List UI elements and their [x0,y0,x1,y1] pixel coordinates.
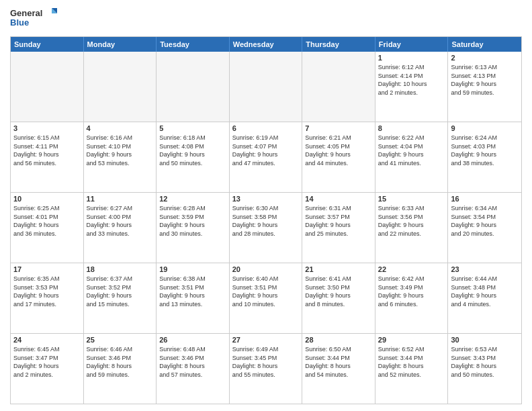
day-cell-11: 11 Sunrise: 6:27 AM Sunset: 4:00 PM Dayl… [84,193,157,263]
daylight-text: Daylight: 8 hours [378,362,445,371]
sunset-text: Sunset: 3:59 PM [159,213,226,222]
day-number: 27 [232,336,300,344]
sunrise-text: Sunrise: 6:24 AM [451,134,519,142]
day-number: 9 [451,124,519,132]
sunrise-text: Sunrise: 6:19 AM [232,134,300,142]
day-cell-24: 24 Sunrise: 6:45 AM Sunset: 3:47 PM Dayl… [11,334,84,404]
weekday-header-monday: Monday [84,37,157,52]
daylight-text2: and 2 minutes. [378,89,445,97]
day-cell-15: 15 Sunrise: 6:33 AM Sunset: 3:56 PM Dayl… [375,193,449,263]
daylight-text: Daylight: 8 hours [87,362,154,371]
sunrise-text: Sunrise: 6:37 AM [87,275,154,283]
daylight-text2: and 30 minutes. [159,230,226,238]
daylight-text2: and 54 minutes. [305,371,372,379]
daylight-text2: and 2 minutes. [13,371,81,379]
day-cell-29: 29 Sunrise: 6:52 AM Sunset: 3:44 PM Dayl… [375,334,449,404]
empty-cell [157,52,230,122]
daylight-text: Daylight: 9 hours [159,221,226,230]
week-row-5: 24 Sunrise: 6:45 AM Sunset: 3:47 PM Dayl… [11,333,521,404]
daylight-text2: and 50 minutes. [451,371,519,379]
daylight-text2: and 10 minutes. [232,300,300,309]
daylight-text2: and 22 minutes. [378,230,445,238]
day-cell-17: 17 Sunrise: 6:35 AM Sunset: 3:53 PM Dayl… [11,263,84,333]
sunset-text: Sunset: 3:46 PM [159,354,226,363]
week-row-1: 1 Sunrise: 6:12 AM Sunset: 4:14 PM Dayli… [11,52,521,122]
day-cell-23: 23 Sunrise: 6:44 AM Sunset: 3:48 PM Dayl… [448,263,521,333]
daylight-text: Daylight: 9 hours [232,150,300,159]
sunset-text: Sunset: 4:00 PM [87,213,154,222]
sunrise-text: Sunrise: 6:30 AM [232,204,300,213]
day-cell-13: 13 Sunrise: 6:30 AM Sunset: 3:58 PM Dayl… [230,193,303,263]
sunset-text: Sunset: 4:04 PM [378,142,445,151]
daylight-text2: and 47 minutes. [232,159,300,168]
sunset-text: Sunset: 3:51 PM [159,283,226,292]
day-cell-25: 25 Sunrise: 6:46 AM Sunset: 3:46 PM Dayl… [84,334,157,404]
day-cell-9: 9 Sunrise: 6:24 AM Sunset: 4:03 PM Dayli… [448,122,521,192]
empty-cell [11,52,84,122]
day-number: 4 [87,124,154,132]
week-row-4: 17 Sunrise: 6:35 AM Sunset: 3:53 PM Dayl… [11,263,521,333]
daylight-text: Daylight: 9 hours [305,221,372,230]
sunrise-text: Sunrise: 6:21 AM [305,134,372,142]
empty-cell [302,52,375,122]
daylight-text: Daylight: 9 hours [13,150,81,159]
daylight-text: Daylight: 9 hours [13,221,81,230]
daylight-text: Daylight: 9 hours [451,291,519,300]
day-cell-10: 10 Sunrise: 6:25 AM Sunset: 4:01 PM Dayl… [11,193,84,263]
daylight-text2: and 36 minutes. [13,230,81,238]
sunrise-text: Sunrise: 6:40 AM [232,275,300,283]
sunrise-text: Sunrise: 6:15 AM [13,134,81,142]
sunrise-text: Sunrise: 6:16 AM [87,134,154,142]
daylight-text2: and 53 minutes. [87,159,154,168]
day-number: 23 [451,265,519,273]
day-number: 7 [305,124,372,132]
daylight-text2: and 15 minutes. [87,300,154,309]
day-number: 10 [13,195,81,203]
sunset-text: Sunset: 3:50 PM [305,283,372,292]
sunrise-text: Sunrise: 6:53 AM [451,345,519,354]
sunset-text: Sunset: 4:07 PM [232,142,300,151]
daylight-text: Daylight: 8 hours [451,362,519,371]
day-number: 14 [305,195,372,203]
daylight-text2: and 25 minutes. [305,230,372,238]
daylight-text: Daylight: 9 hours [378,150,445,159]
calendar-header: SundayMondayTuesdayWednesdayThursdayFrid… [11,37,521,52]
day-cell-4: 4 Sunrise: 6:16 AM Sunset: 4:10 PM Dayli… [84,122,157,192]
day-cell-16: 16 Sunrise: 6:34 AM Sunset: 3:54 PM Dayl… [448,193,521,263]
sunset-text: Sunset: 3:58 PM [232,213,300,222]
daylight-text: Daylight: 9 hours [87,291,154,300]
sunset-text: Sunset: 3:52 PM [87,283,154,292]
day-number: 8 [378,124,445,132]
day-number: 18 [87,265,154,273]
daylight-text2: and 20 minutes. [451,230,519,238]
sunrise-text: Sunrise: 6:41 AM [305,275,372,283]
svg-text:General: General [10,8,42,18]
sunrise-text: Sunrise: 6:50 AM [305,345,372,354]
day-number: 28 [305,336,372,344]
day-number: 6 [232,124,300,132]
day-cell-20: 20 Sunrise: 6:40 AM Sunset: 3:51 PM Dayl… [230,263,303,333]
daylight-text2: and 56 minutes. [13,159,81,168]
day-cell-12: 12 Sunrise: 6:28 AM Sunset: 3:59 PM Dayl… [157,193,230,263]
daylight-text: Daylight: 10 hours [378,80,445,89]
day-cell-3: 3 Sunrise: 6:15 AM Sunset: 4:11 PM Dayli… [11,122,84,192]
logo: General Blue [10,7,57,31]
sunrise-text: Sunrise: 6:48 AM [159,345,226,354]
day-cell-18: 18 Sunrise: 6:37 AM Sunset: 3:52 PM Dayl… [84,263,157,333]
sunset-text: Sunset: 3:56 PM [378,213,445,222]
sunrise-text: Sunrise: 6:33 AM [378,204,445,213]
sunset-text: Sunset: 3:46 PM [87,354,154,363]
day-number: 21 [305,265,372,273]
day-cell-8: 8 Sunrise: 6:22 AM Sunset: 4:04 PM Dayli… [375,122,449,192]
weekday-header-sunday: Sunday [11,37,84,52]
sunrise-text: Sunrise: 6:52 AM [378,345,445,354]
daylight-text2: and 50 minutes. [159,159,226,168]
daylight-text2: and 44 minutes. [305,159,372,168]
daylight-text2: and 55 minutes. [232,371,300,379]
sunrise-text: Sunrise: 6:31 AM [305,204,372,213]
daylight-text: Daylight: 8 hours [232,362,300,371]
daylight-text2: and 8 minutes. [305,300,372,309]
daylight-text2: and 59 minutes. [87,371,154,379]
sunrise-text: Sunrise: 6:38 AM [159,275,226,283]
sunset-text: Sunset: 3:57 PM [305,213,372,222]
